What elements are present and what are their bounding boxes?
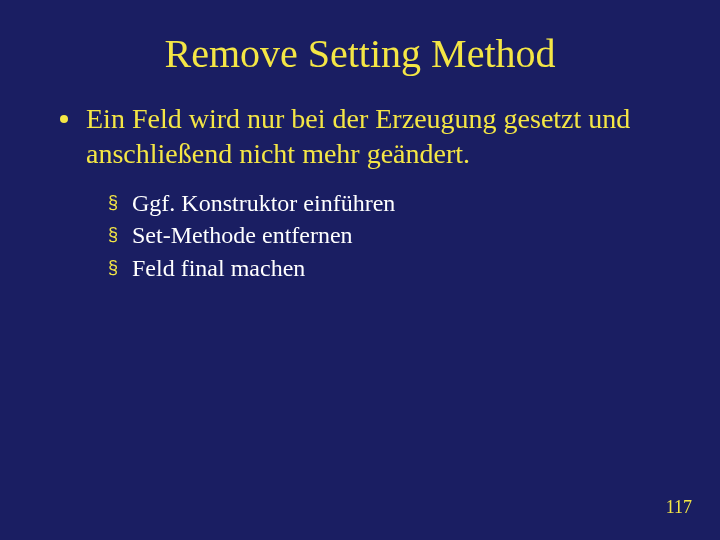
- bullet-text: Ein Feld wird nur bei der Erzeugung gese…: [86, 101, 680, 171]
- square-bullet-icon: §: [108, 190, 118, 214]
- slide: Remove Setting Method Ein Feld wird nur …: [0, 0, 720, 540]
- bullet-text: Feld final machen: [132, 252, 680, 284]
- bullet-text: Ggf. Konstruktor einführen: [132, 187, 680, 219]
- square-bullet-icon: §: [108, 222, 118, 246]
- slide-title: Remove Setting Method: [0, 0, 720, 101]
- bullet-dot-icon: [60, 115, 68, 123]
- sub-bullets: § Ggf. Konstruktor einführen § Set-Metho…: [108, 187, 680, 284]
- bullet-level2: § Set-Methode entfernen: [108, 219, 680, 251]
- square-bullet-icon: §: [108, 255, 118, 279]
- page-number: 117: [666, 497, 692, 518]
- slide-body: Ein Feld wird nur bei der Erzeugung gese…: [0, 101, 720, 284]
- bullet-text: Set-Methode entfernen: [132, 219, 680, 251]
- bullet-level1: Ein Feld wird nur bei der Erzeugung gese…: [60, 101, 680, 171]
- bullet-level2: § Feld final machen: [108, 252, 680, 284]
- bullet-level2: § Ggf. Konstruktor einführen: [108, 187, 680, 219]
